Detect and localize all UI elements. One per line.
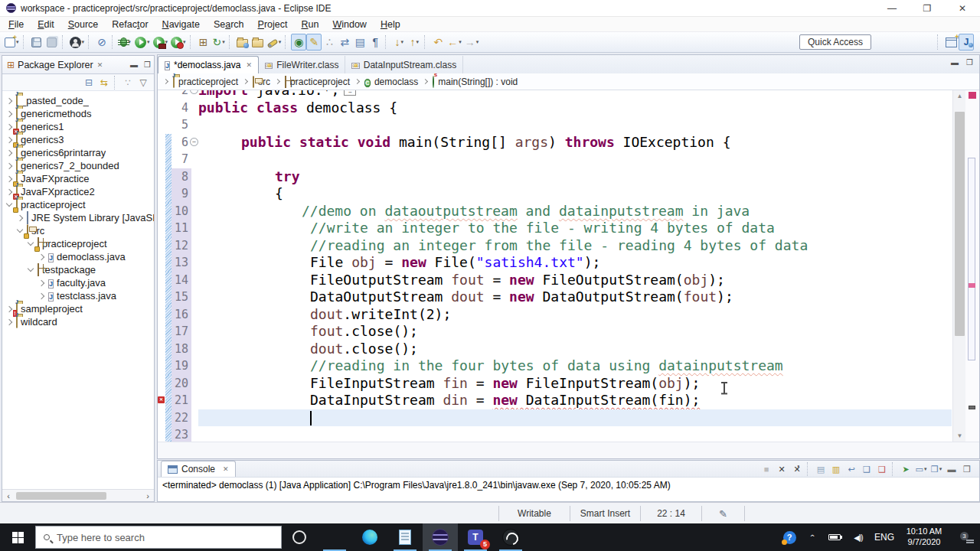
code-text[interactable]: FileOutputStream fout = new FileOutputSt… <box>198 272 952 289</box>
tree-item[interactable]: _pasted_code_ <box>2 94 154 107</box>
help-tray-icon[interactable] <box>783 531 796 544</box>
code-line[interactable]: 9{ <box>158 185 952 203</box>
next-annotation-icon[interactable]: ↓▾ <box>391 34 407 51</box>
chevron-down-icon[interactable] <box>28 240 34 246</box>
code-line[interactable]: 18dout.close(); <box>158 341 952 358</box>
chevron-right-icon[interactable] <box>6 97 12 103</box>
back-icon[interactable]: ←▾ <box>446 34 463 51</box>
menu-edit[interactable]: Edit <box>31 17 61 32</box>
code-text[interactable]: dout.writeInt(2); <box>198 306 952 324</box>
collapsed-fold-icon[interactable]: … <box>344 90 356 96</box>
display-console-icon[interactable]: ▭▾ <box>913 461 929 478</box>
dropdown-caret-icon[interactable]: ▾ <box>147 39 150 45</box>
coverage-icon[interactable]: ▾ <box>152 34 170 51</box>
prev-annotation-icon[interactable]: ↑▾ <box>407 34 422 51</box>
tree-item[interactable]: practiceproject <box>2 237 154 250</box>
horizontal-scrollbar[interactable]: ‹ › <box>2 489 154 501</box>
chevron-right-icon[interactable] <box>38 279 44 285</box>
code-line[interactable]: 8try <box>158 168 952 186</box>
chevron-right-icon[interactable] <box>6 123 12 129</box>
vertical-scrollbar[interactable]: ▲ ▼ <box>952 90 965 442</box>
chevron-down-icon[interactable] <box>28 266 34 272</box>
taskbar-app-teams[interactable]: 5 <box>458 523 493 551</box>
taskbar-app-edge[interactable] <box>352 523 387 551</box>
open-perspective-icon[interactable] <box>943 34 959 51</box>
code-text[interactable]: //reading an integer from the file - rea… <box>198 237 952 255</box>
tray-expand-icon[interactable]: ⌃ <box>802 527 822 549</box>
collapse-fold-icon[interactable]: − <box>190 138 198 146</box>
dropdown-caret-icon[interactable]: ▾ <box>401 39 404 45</box>
scrollbar-thumb[interactable] <box>16 492 106 500</box>
scroll-down-icon[interactable]: ▼ <box>953 430 966 442</box>
forward-icon[interactable]: →▾ <box>463 34 481 51</box>
restore-window-button[interactable]: ❐ <box>910 0 945 17</box>
code-line[interactable]: 4public class democlass { <box>158 99 952 117</box>
minimize-view-icon[interactable]: ▬ <box>130 60 138 69</box>
code-line[interactable]: 17fout.close(); <box>158 323 952 341</box>
code-line[interactable]: 20FileInputStream fin = new FileInputStr… <box>158 375 952 393</box>
tree-item[interactable]: faculty.java <box>2 276 154 289</box>
code-line[interactable]: 11//write an integer to the file - writi… <box>158 220 952 237</box>
code-text[interactable]: import java.io.*;… <box>198 90 952 99</box>
terminate-icon[interactable]: ■ <box>759 461 774 478</box>
tree-item[interactable]: ✕JavaFXpractice2 <box>2 185 154 198</box>
menu-help[interactable]: Help <box>374 17 407 32</box>
breadcrumb-item[interactable]: practiceproject <box>173 77 238 87</box>
tab-filewriter-class[interactable]: FileWriter.class <box>259 56 345 73</box>
code-text[interactable] <box>198 151 952 168</box>
link-with-editor-icon[interactable]: ⇆ <box>96 74 112 91</box>
tree-item[interactable]: generics6printarray <box>2 146 154 159</box>
tab-console[interactable]: Console ✕ <box>161 461 236 477</box>
code-text[interactable]: //write an integer to the file - writing… <box>198 220 952 237</box>
show-stdout-icon[interactable]: ❑ <box>859 461 874 478</box>
code-line[interactable]: 22 <box>158 409 952 427</box>
menu-search[interactable]: Search <box>207 17 251 32</box>
debug-icon[interactable]: ▾ <box>118 34 133 51</box>
chevron-right-icon[interactable] <box>6 162 12 168</box>
code-text[interactable]: DataInputStream din = new DataInputStrea… <box>198 392 952 409</box>
code-line[interactable]: 2−import java.io.*;… <box>158 90 952 99</box>
tree-item[interactable]: democlass.java <box>2 250 154 263</box>
code-text[interactable] <box>198 409 952 427</box>
start-button[interactable] <box>0 523 35 551</box>
scroll-left-icon[interactable]: ‹ <box>2 491 15 500</box>
collapse-fold-icon[interactable]: − <box>190 90 198 94</box>
tree-item[interactable]: JavaFXpractice <box>2 172 154 185</box>
menu-run[interactable]: Run <box>294 17 325 32</box>
mark-occurrences-icon[interactable]: ◉ <box>291 34 306 51</box>
menu-project[interactable]: Project <box>251 17 295 32</box>
menu-file[interactable]: File <box>2 17 31 32</box>
maximize-view-icon[interactable]: ❒ <box>959 461 975 478</box>
code-line[interactable]: 6−public static void main(String[] args)… <box>158 134 952 152</box>
taskbar-app-file-explorer[interactable] <box>317 523 352 551</box>
taskbar-app-cortana[interactable] <box>282 523 317 551</box>
tree-item[interactable]: genericmethods <box>2 107 154 120</box>
tree-item[interactable]: testclass.java <box>2 289 154 302</box>
tab-datainputstream-class[interactable]: DataInputStream.class <box>345 56 463 73</box>
quick-access-button[interactable]: Quick Access <box>799 34 871 50</box>
code-text[interactable]: //demo on dataoutputstream and datainput… <box>198 203 952 220</box>
dropdown-caret-icon[interactable]: ▾ <box>279 39 282 45</box>
tree-item[interactable]: wildcard <box>2 315 154 328</box>
tab--democlass-java[interactable]: *democlass.java✕ <box>158 56 259 73</box>
breadcrumb-item[interactable]: main(String[]) : void <box>433 77 518 87</box>
code-text[interactable]: public static void main(String[] args) t… <box>198 134 952 152</box>
dropdown-caret-icon[interactable]: ▾ <box>222 39 225 45</box>
chevron-right-icon[interactable] <box>6 305 12 311</box>
search-icon[interactable]: ▾ <box>266 34 283 51</box>
chevron-right-icon[interactable] <box>6 188 12 194</box>
new-wizard-icon[interactable]: ▾ <box>3 34 21 51</box>
tree-item[interactable]: testpackage <box>2 263 154 276</box>
code-line[interactable]: 23 <box>158 426 952 442</box>
code-text[interactable]: DataOutputStream dout = new DataOutputSt… <box>198 289 952 306</box>
dropdown-caret-icon[interactable]: ▾ <box>82 39 85 45</box>
dropdown-caret-icon[interactable]: ▾ <box>939 466 942 472</box>
clock[interactable]: 10:10 AM 9/7/2020 <box>899 523 949 551</box>
close-icon[interactable]: ✕ <box>223 465 229 473</box>
code-text[interactable] <box>198 116 952 134</box>
profile-icon[interactable]: ▾ <box>169 34 188 51</box>
error-marker-icon[interactable] <box>158 396 165 403</box>
scroll-lock-icon[interactable]: ▥ <box>828 461 844 478</box>
tree-item[interactable]: src <box>2 224 154 237</box>
run-icon[interactable]: ▾ <box>133 34 152 51</box>
